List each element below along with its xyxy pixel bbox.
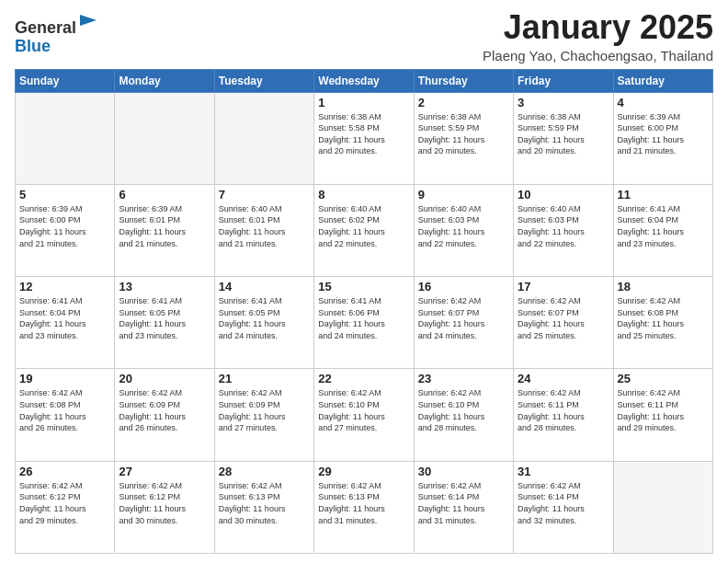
calendar-cell: 23Sunrise: 6:42 AMSunset: 6:10 PMDayligh… bbox=[414, 369, 513, 461]
calendar-cell bbox=[16, 92, 115, 184]
day-info: Sunrise: 6:41 AMSunset: 6:05 PMDaylight:… bbox=[119, 295, 210, 341]
calendar-week-3: 12Sunrise: 6:41 AMSunset: 6:04 PMDayligh… bbox=[16, 277, 713, 369]
day-number: 24 bbox=[518, 372, 609, 385]
day-number: 5 bbox=[19, 188, 110, 201]
calendar-cell: 7Sunrise: 6:40 AMSunset: 6:01 PMDaylight… bbox=[214, 184, 313, 276]
day-info: Sunrise: 6:40 AMSunset: 6:01 PMDaylight:… bbox=[219, 203, 310, 249]
calendar-location: Plaeng Yao, Chachoengsao, Thailand bbox=[483, 48, 713, 63]
calendar-cell: 29Sunrise: 6:42 AMSunset: 6:13 PMDayligh… bbox=[314, 461, 414, 553]
calendar-week-1: 1Sunrise: 6:38 AMSunset: 5:58 PMDaylight… bbox=[16, 92, 713, 184]
day-number: 10 bbox=[518, 188, 609, 201]
day-info: Sunrise: 6:42 AMSunset: 6:11 PMDaylight:… bbox=[518, 387, 609, 433]
day-number: 2 bbox=[418, 96, 509, 109]
day-info: Sunrise: 6:38 AMSunset: 5:59 PMDaylight:… bbox=[518, 111, 609, 157]
day-number: 29 bbox=[318, 465, 409, 478]
day-info: Sunrise: 6:40 AMSunset: 6:02 PMDaylight:… bbox=[318, 203, 409, 249]
day-info: Sunrise: 6:39 AMSunset: 6:00 PMDaylight:… bbox=[618, 111, 709, 157]
col-monday: Monday bbox=[115, 69, 214, 92]
calendar-cell: 21Sunrise: 6:42 AMSunset: 6:09 PMDayligh… bbox=[214, 369, 313, 461]
calendar-cell bbox=[214, 92, 313, 184]
day-number: 23 bbox=[418, 372, 509, 385]
day-number: 25 bbox=[618, 372, 709, 385]
header: General Blue January 2025 Plaeng Yao, Ch… bbox=[15, 9, 713, 63]
calendar-cell: 25Sunrise: 6:42 AMSunset: 6:11 PMDayligh… bbox=[613, 369, 712, 461]
calendar-cell: 31Sunrise: 6:42 AMSunset: 6:14 PMDayligh… bbox=[514, 461, 613, 553]
day-number: 15 bbox=[318, 280, 409, 293]
day-info: Sunrise: 6:41 AMSunset: 6:04 PMDaylight:… bbox=[19, 295, 110, 341]
col-saturday: Saturday bbox=[613, 69, 712, 92]
day-info: Sunrise: 6:42 AMSunset: 6:12 PMDaylight:… bbox=[119, 480, 210, 526]
day-info: Sunrise: 6:38 AMSunset: 5:58 PMDaylight:… bbox=[318, 111, 409, 157]
calendar-cell: 11Sunrise: 6:41 AMSunset: 6:04 PMDayligh… bbox=[613, 184, 712, 276]
day-info: Sunrise: 6:40 AMSunset: 6:03 PMDaylight:… bbox=[518, 203, 609, 249]
day-info: Sunrise: 6:41 AMSunset: 6:05 PMDaylight:… bbox=[219, 295, 310, 341]
col-wednesday: Wednesday bbox=[314, 69, 414, 92]
calendar-cell: 4Sunrise: 6:39 AMSunset: 6:00 PMDaylight… bbox=[613, 92, 712, 184]
day-number: 7 bbox=[219, 188, 310, 201]
col-thursday: Thursday bbox=[414, 69, 513, 92]
weekday-header-row: Sunday Monday Tuesday Wednesday Thursday… bbox=[16, 69, 713, 92]
col-tuesday: Tuesday bbox=[214, 69, 313, 92]
col-friday: Friday bbox=[514, 69, 613, 92]
day-number: 30 bbox=[418, 465, 509, 478]
calendar-title: January 2025 bbox=[483, 9, 713, 46]
day-number: 1 bbox=[318, 96, 409, 109]
day-number: 18 bbox=[618, 280, 709, 293]
day-number: 11 bbox=[618, 188, 709, 201]
day-info: Sunrise: 6:42 AMSunset: 6:10 PMDaylight:… bbox=[318, 387, 409, 433]
day-info: Sunrise: 6:39 AMSunset: 6:00 PMDaylight:… bbox=[19, 203, 110, 249]
day-info: Sunrise: 6:42 AMSunset: 6:09 PMDaylight:… bbox=[219, 387, 310, 433]
calendar-cell bbox=[613, 461, 712, 553]
day-info: Sunrise: 6:42 AMSunset: 6:07 PMDaylight:… bbox=[518, 295, 609, 341]
day-number: 14 bbox=[219, 280, 310, 293]
day-number: 17 bbox=[518, 280, 609, 293]
calendar-cell: 1Sunrise: 6:38 AMSunset: 5:58 PMDaylight… bbox=[314, 92, 414, 184]
calendar-cell: 13Sunrise: 6:41 AMSunset: 6:05 PMDayligh… bbox=[115, 277, 214, 369]
calendar-cell: 8Sunrise: 6:40 AMSunset: 6:02 PMDaylight… bbox=[314, 184, 414, 276]
day-number: 28 bbox=[219, 465, 310, 478]
day-info: Sunrise: 6:41 AMSunset: 6:06 PMDaylight:… bbox=[318, 295, 409, 341]
calendar-cell: 6Sunrise: 6:39 AMSunset: 6:01 PMDaylight… bbox=[115, 184, 214, 276]
calendar-cell: 18Sunrise: 6:42 AMSunset: 6:08 PMDayligh… bbox=[613, 277, 712, 369]
logo-general-text: General bbox=[15, 18, 76, 37]
calendar-cell: 19Sunrise: 6:42 AMSunset: 6:08 PMDayligh… bbox=[16, 369, 115, 461]
day-number: 22 bbox=[318, 372, 409, 385]
calendar-cell: 22Sunrise: 6:42 AMSunset: 6:10 PMDayligh… bbox=[314, 369, 414, 461]
calendar-cell: 24Sunrise: 6:42 AMSunset: 6:11 PMDayligh… bbox=[514, 369, 613, 461]
calendar-cell: 17Sunrise: 6:42 AMSunset: 6:07 PMDayligh… bbox=[514, 277, 613, 369]
calendar-cell: 26Sunrise: 6:42 AMSunset: 6:12 PMDayligh… bbox=[16, 461, 115, 553]
day-info: Sunrise: 6:42 AMSunset: 6:10 PMDaylight:… bbox=[418, 387, 509, 433]
day-info: Sunrise: 6:39 AMSunset: 6:01 PMDaylight:… bbox=[119, 203, 210, 249]
calendar-week-4: 19Sunrise: 6:42 AMSunset: 6:08 PMDayligh… bbox=[16, 369, 713, 461]
day-number: 3 bbox=[518, 96, 609, 109]
day-number: 21 bbox=[219, 372, 310, 385]
day-info: Sunrise: 6:42 AMSunset: 6:08 PMDaylight:… bbox=[618, 295, 709, 341]
day-number: 16 bbox=[418, 280, 509, 293]
calendar-cell: 15Sunrise: 6:41 AMSunset: 6:06 PMDayligh… bbox=[314, 277, 414, 369]
calendar-cell: 5Sunrise: 6:39 AMSunset: 6:00 PMDaylight… bbox=[16, 184, 115, 276]
day-number: 9 bbox=[418, 188, 509, 201]
calendar-cell: 3Sunrise: 6:38 AMSunset: 5:59 PMDaylight… bbox=[514, 92, 613, 184]
day-number: 12 bbox=[19, 280, 110, 293]
day-info: Sunrise: 6:41 AMSunset: 6:04 PMDaylight:… bbox=[618, 203, 709, 249]
day-info: Sunrise: 6:42 AMSunset: 6:07 PMDaylight:… bbox=[418, 295, 509, 341]
calendar-cell: 2Sunrise: 6:38 AMSunset: 5:59 PMDaylight… bbox=[414, 92, 513, 184]
title-block: January 2025 Plaeng Yao, Chachoengsao, T… bbox=[483, 9, 713, 63]
day-number: 6 bbox=[119, 188, 210, 201]
calendar-cell: 16Sunrise: 6:42 AMSunset: 6:07 PMDayligh… bbox=[414, 277, 513, 369]
calendar-cell: 10Sunrise: 6:40 AMSunset: 6:03 PMDayligh… bbox=[514, 184, 613, 276]
calendar-cell: 12Sunrise: 6:41 AMSunset: 6:04 PMDayligh… bbox=[16, 277, 115, 369]
calendar-cell bbox=[115, 92, 214, 184]
day-info: Sunrise: 6:40 AMSunset: 6:03 PMDaylight:… bbox=[418, 203, 509, 249]
day-number: 13 bbox=[119, 280, 210, 293]
logo-blue-text: Blue bbox=[15, 37, 51, 55]
day-info: Sunrise: 6:42 AMSunset: 6:12 PMDaylight:… bbox=[19, 480, 110, 526]
calendar-cell: 14Sunrise: 6:41 AMSunset: 6:05 PMDayligh… bbox=[214, 277, 313, 369]
day-number: 20 bbox=[119, 372, 210, 385]
day-info: Sunrise: 6:42 AMSunset: 6:13 PMDaylight:… bbox=[219, 480, 310, 526]
day-number: 26 bbox=[19, 465, 110, 478]
day-info: Sunrise: 6:42 AMSunset: 6:14 PMDaylight:… bbox=[418, 480, 509, 526]
day-info: Sunrise: 6:42 AMSunset: 6:14 PMDaylight:… bbox=[518, 480, 609, 526]
day-number: 8 bbox=[318, 188, 409, 201]
day-info: Sunrise: 6:38 AMSunset: 5:59 PMDaylight:… bbox=[418, 111, 509, 157]
